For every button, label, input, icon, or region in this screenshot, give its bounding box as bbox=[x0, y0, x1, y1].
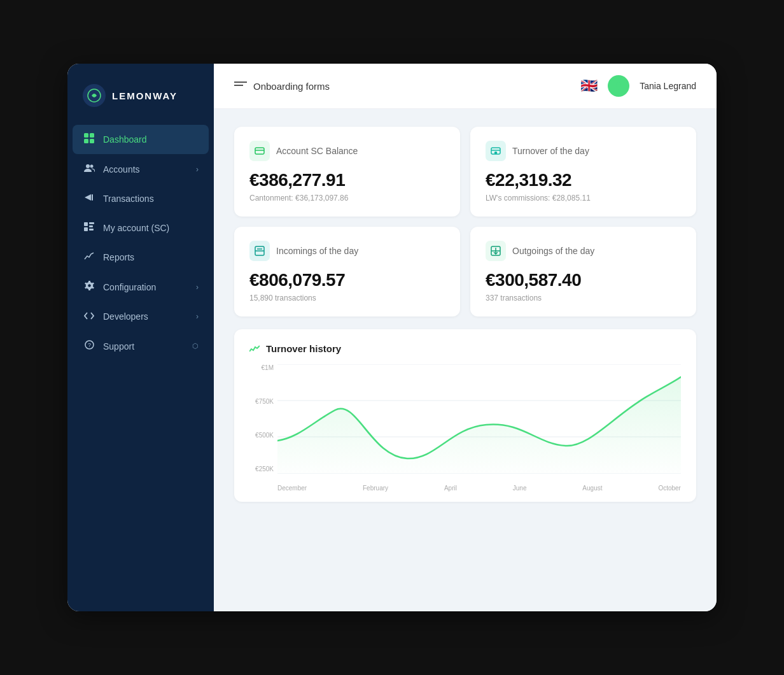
chart-svg bbox=[277, 364, 681, 474]
stat-value-1: €386,277.91 bbox=[249, 170, 445, 190]
stat-card-incomings-day: Incomings of the day €806,079.57 15,890 … bbox=[234, 227, 460, 316]
dashboard-icon bbox=[83, 133, 95, 146]
stat-sub-4: 337 transactions bbox=[486, 294, 681, 302]
chart-title: Turnover history bbox=[266, 343, 341, 354]
sidebar-item-support[interactable]: ? Support ⬡ bbox=[73, 332, 209, 360]
transactions-icon bbox=[83, 193, 95, 204]
accounts-icon bbox=[83, 164, 95, 175]
y-label-500k: €500K bbox=[255, 432, 274, 439]
stat-sub-2: LW's commissions: €28,085.11 bbox=[486, 194, 681, 202]
chart-yaxis: €1M €750K €500K €250K bbox=[249, 364, 277, 472]
stat-value-2: €22,319.32 bbox=[486, 170, 681, 190]
x-label-jun: June bbox=[513, 485, 527, 492]
svg-rect-3 bbox=[84, 139, 88, 143]
my-account-icon bbox=[83, 222, 95, 234]
stat-sub-3: 15,890 transactions bbox=[249, 294, 445, 302]
stat-title-1: Account SC Balance bbox=[276, 146, 358, 156]
sidebar: LEMONWAY Dashboard bbox=[67, 64, 214, 611]
x-label-dec: December bbox=[277, 485, 307, 492]
svg-rect-4 bbox=[90, 139, 94, 143]
logo-icon bbox=[83, 84, 106, 107]
svg-rect-2 bbox=[90, 133, 94, 138]
stats-grid: Account SC Balance €386,277.91 Cantonmen… bbox=[234, 127, 696, 316]
sidebar-item-my-account[interactable]: My account (SC) bbox=[73, 214, 209, 242]
svg-rect-10 bbox=[84, 227, 88, 231]
developers-icon bbox=[83, 311, 95, 322]
support-icon: ? bbox=[83, 340, 95, 352]
x-label-aug: August bbox=[582, 485, 602, 492]
svg-point-19 bbox=[616, 82, 621, 87]
svg-point-6 bbox=[90, 165, 93, 168]
sidebar-item-configuration[interactable]: Configuration › bbox=[73, 273, 209, 301]
svg-point-14 bbox=[88, 284, 90, 287]
developers-chevron: › bbox=[196, 312, 199, 321]
support-external-icon: ⬡ bbox=[192, 342, 199, 350]
stat-card-header-2: Turnover of the day bbox=[486, 141, 681, 161]
content-area: Account SC Balance €386,277.91 Cantonmen… bbox=[214, 109, 717, 611]
stat-card-turnover-day: Turnover of the day €22,319.32 LW's comm… bbox=[470, 127, 696, 217]
stat-value-4: €300,587.40 bbox=[486, 270, 681, 290]
x-label-oct: October bbox=[658, 485, 681, 492]
header-title: Onboarding forms bbox=[253, 81, 330, 92]
chart-xaxis: December February April June August Octo… bbox=[277, 485, 681, 492]
chart-header: Turnover history bbox=[249, 343, 681, 354]
user-name: Tania Legrand bbox=[640, 81, 696, 91]
svg-rect-11 bbox=[89, 222, 94, 224]
configuration-chevron: › bbox=[196, 283, 199, 292]
chart-card: Turnover history €1M €750K €500K €250K bbox=[234, 329, 696, 502]
turnover-icon bbox=[486, 141, 506, 161]
main-content: Onboarding forms 🇬🇧 Tania Legrand bbox=[214, 64, 717, 611]
stat-value-3: €806,079.57 bbox=[249, 270, 445, 290]
app-container: LEMONWAY Dashboard bbox=[67, 64, 717, 611]
svg-marker-7 bbox=[85, 194, 91, 201]
svg-rect-20 bbox=[255, 148, 264, 154]
accounts-chevron: › bbox=[196, 165, 199, 174]
svg-rect-12 bbox=[89, 225, 93, 227]
y-label-750k: €750K bbox=[255, 398, 274, 405]
svg-rect-8 bbox=[92, 194, 93, 201]
y-label-250k: €250K bbox=[255, 465, 274, 472]
sidebar-nav: Dashboard Accounts › bbox=[67, 125, 214, 611]
svg-rect-13 bbox=[89, 229, 94, 231]
stat-card-header-1: Account SC Balance bbox=[249, 141, 445, 161]
y-label-1m: €1M bbox=[262, 364, 274, 371]
language-flag[interactable]: 🇬🇧 bbox=[580, 78, 598, 94]
svg-text:?: ? bbox=[88, 342, 91, 348]
avatar bbox=[608, 75, 629, 97]
reports-label: Reports bbox=[103, 252, 199, 262]
x-label-feb: February bbox=[363, 485, 388, 492]
stat-sub-1: Cantonment: €36,173,097.86 bbox=[249, 194, 445, 202]
header-right: 🇬🇧 Tania Legrand bbox=[580, 75, 696, 97]
stat-title-3: Incomings of the day bbox=[276, 246, 358, 256]
incomings-icon bbox=[249, 241, 270, 261]
my-account-label: My account (SC) bbox=[103, 223, 199, 233]
svg-rect-9 bbox=[84, 222, 88, 226]
transactions-label: Transactions bbox=[103, 194, 199, 204]
account-balance-icon bbox=[249, 141, 270, 161]
stat-card-account-sc-balance: Account SC Balance €386,277.91 Cantonmen… bbox=[234, 127, 460, 217]
logo: LEMONWAY bbox=[67, 64, 214, 125]
logo-text: LEMONWAY bbox=[112, 90, 178, 101]
chart-area: €1M €750K €500K €250K bbox=[249, 364, 681, 492]
sidebar-item-developers[interactable]: Developers › bbox=[73, 302, 209, 330]
header-left: Onboarding forms bbox=[234, 80, 330, 93]
svg-point-24 bbox=[495, 152, 497, 154]
reports-icon bbox=[83, 252, 95, 263]
support-label: Support bbox=[103, 341, 185, 352]
configuration-icon bbox=[83, 281, 95, 293]
sidebar-item-transactions[interactable]: Transactions bbox=[73, 185, 209, 213]
developers-label: Developers bbox=[103, 311, 188, 322]
outgoings-icon bbox=[486, 241, 506, 261]
configuration-label: Configuration bbox=[103, 282, 188, 292]
stat-card-header-4: Outgoings of the day bbox=[486, 241, 681, 261]
sidebar-item-reports[interactable]: Reports bbox=[73, 243, 209, 271]
dashboard-label: Dashboard bbox=[103, 134, 199, 145]
sidebar-item-dashboard[interactable]: Dashboard bbox=[73, 125, 209, 154]
sidebar-item-accounts[interactable]: Accounts › bbox=[73, 155, 209, 183]
svg-rect-1 bbox=[84, 133, 88, 138]
header: Onboarding forms 🇬🇧 Tania Legrand bbox=[214, 64, 717, 109]
accounts-label: Accounts bbox=[103, 164, 188, 174]
menu-toggle-icon[interactable] bbox=[234, 80, 247, 93]
svg-point-5 bbox=[86, 164, 90, 168]
stat-title-4: Outgoings of the day bbox=[512, 246, 594, 256]
